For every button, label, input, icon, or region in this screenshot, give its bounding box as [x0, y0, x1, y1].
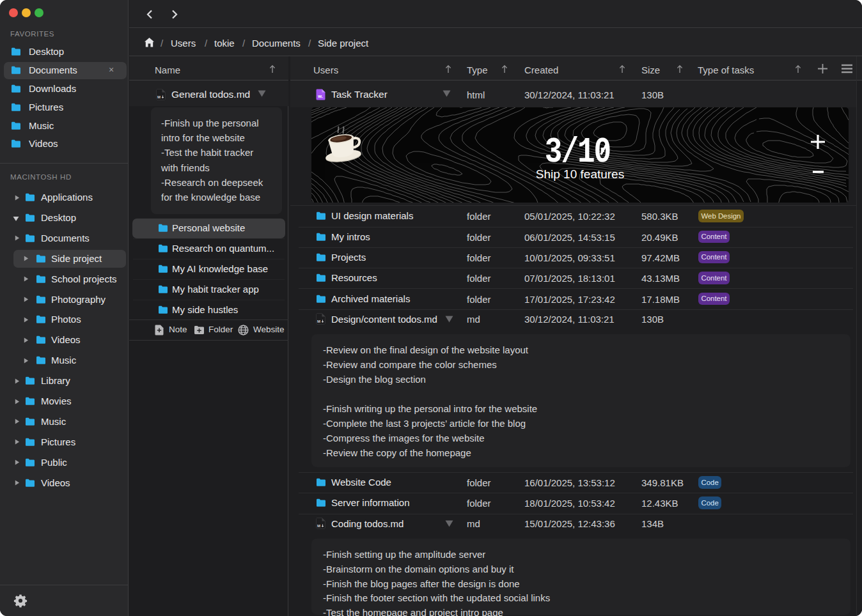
svg-text:w.: w.	[317, 93, 323, 99]
svg-text:M: M	[317, 320, 320, 323]
svg-text:M: M	[317, 524, 320, 528]
svg-text:M: M	[157, 95, 161, 99]
